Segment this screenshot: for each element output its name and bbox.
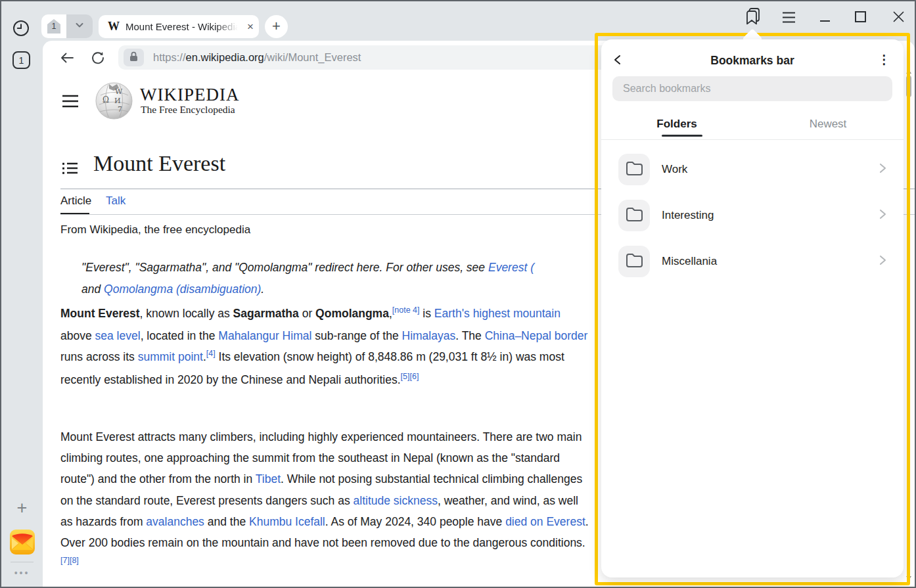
text-run: Mount Everest (60, 307, 140, 320)
text-run: and the (204, 515, 249, 528)
browser-tab[interactable]: W Mount Everest - Wikipedia × (99, 15, 259, 38)
close-icon (892, 14, 905, 25)
clock-icon (12, 28, 30, 39)
tab-group-dropdown[interactable] (66, 14, 93, 38)
svg-text:Ω: Ω (103, 95, 109, 104)
svg-text:И: И (114, 97, 121, 105)
maximize-button[interactable] (855, 11, 866, 22)
minimize-icon (820, 20, 830, 22)
wiki-link[interactable]: sea level (95, 329, 141, 342)
folder-row-miscellania[interactable]: Miscellania (601, 238, 904, 284)
wiki-link[interactable]: [7] (60, 556, 70, 565)
text-run: "Everest", "Sagarmatha", and "Qomolangma… (81, 261, 488, 274)
wiki-link[interactable]: China–Nepal border (485, 329, 588, 342)
bookmarks-popup: Bookmarks bar ⋮ Folders Newest Work (601, 39, 904, 577)
article-paragraph: Mount Everest attracts many climbers, in… (60, 426, 590, 576)
active-tab-underline (662, 135, 702, 137)
history-button[interactable] (12, 19, 30, 37)
url-text: https://en.wikipedia.org/wiki/Mount_Ever… (153, 51, 361, 64)
folder-row-interesting[interactable]: Interesting (601, 192, 904, 238)
article-paragraph: Mount Everest, known locally as Sagarmat… (60, 303, 590, 392)
reload-button[interactable] (90, 50, 106, 68)
text-run: above (60, 329, 95, 342)
text-run: Sagarmatha (233, 307, 299, 320)
folder-name: Work (662, 163, 878, 176)
wiki-link[interactable]: Qomolangma (disambiguation) (104, 283, 261, 296)
page-title: Mount Everest (93, 151, 225, 176)
site-security-chip[interactable] (124, 49, 144, 66)
minimize-button[interactable] (820, 20, 830, 22)
wiki-link[interactable]: summit point (138, 350, 203, 363)
back-arrow-icon (58, 57, 76, 68)
page-subtitle: From Wikipedia, the free encyclopedia (60, 223, 250, 237)
browser-menu-button[interactable] (783, 12, 795, 26)
bookmarks-toolbar-button[interactable] (744, 7, 762, 28)
folder-tile (618, 246, 650, 277)
wiki-link[interactable]: Mahalangur Himal (218, 329, 311, 342)
svg-text:7: 7 (118, 105, 122, 114)
new-tab-button[interactable]: + (265, 15, 288, 38)
wiki-link[interactable]: avalanches (146, 515, 204, 528)
text-run: Qomolangma (315, 307, 389, 320)
close-window-button[interactable] (892, 11, 905, 26)
wiki-link[interactable]: died on Everest (505, 515, 585, 528)
sidebar-more-button[interactable]: ••• (1, 568, 43, 578)
wiki-link[interactable]: Tibet (256, 472, 281, 486)
wiki-link[interactable]: Earth's highest mountain (434, 307, 561, 320)
back-button[interactable] (58, 50, 76, 68)
folder-icon (626, 207, 643, 225)
folder-icon (626, 253, 643, 271)
kebab-menu-icon[interactable]: ⋮ (878, 52, 890, 67)
wiki-link[interactable]: Khumbu Icefall (249, 515, 325, 528)
wiki-link[interactable]: altitude sickness (354, 494, 438, 507)
tab-count-badge: 1 (47, 19, 60, 34)
search-bookmarks-input[interactable] (612, 76, 892, 101)
wikipedia-logo[interactable]: Ω W И 7 (95, 82, 133, 122)
text-run: , located in the (141, 329, 219, 342)
lock-icon (128, 51, 139, 65)
tab-title: Mount Everest - Wikipedia (126, 21, 241, 32)
url-host: en.wikipedia.org (186, 51, 264, 63)
wiki-menu-button[interactable] (62, 95, 78, 110)
tabs-divider (601, 139, 904, 140)
sidebar-workspace-badge[interactable]: 1 (12, 51, 30, 69)
mail-app-button[interactable] (10, 530, 35, 557)
folder-row-work[interactable]: Work (601, 147, 904, 192)
tab-group-control[interactable]: 1 (41, 14, 93, 38)
text-run: . (261, 283, 264, 296)
text-run: runs across its (60, 350, 138, 363)
tab-article[interactable]: Article (60, 194, 91, 208)
tab-talk[interactable]: Talk (106, 194, 126, 208)
wiki-link[interactable]: [6] (409, 372, 419, 381)
wikipedia-wordmark: WIKIPEDIA (140, 85, 239, 105)
wiki-link[interactable]: [4] (206, 349, 216, 358)
hamburger-icon (783, 14, 795, 25)
wiki-link[interactable]: [8] (70, 556, 79, 565)
toc-toggle-button[interactable] (62, 162, 78, 177)
wiki-link[interactable]: Himalayas (402, 329, 456, 342)
folder-list: Work Interesting (601, 147, 904, 284)
sidebar-add-button[interactable]: + (1, 499, 43, 517)
text-run: or (299, 307, 315, 320)
tab-close-icon[interactable]: × (247, 21, 254, 32)
text-run: , known locally as (140, 307, 233, 320)
wiki-link[interactable]: [5] (401, 372, 410, 381)
popup-tabs: Folders Newest (601, 112, 904, 141)
url-path: /wiki/Mount_Everest (264, 51, 361, 63)
tab-newest[interactable]: Newest (752, 112, 904, 141)
bookmarks-icon (744, 16, 762, 28)
chevron-down-icon (74, 20, 85, 33)
wiki-link[interactable]: Everest ( (488, 261, 534, 274)
popup-title: Bookmarks bar (601, 54, 904, 68)
sidebar-divider (11, 562, 34, 562)
hamburger-icon (62, 99, 78, 110)
hatnote: "Everest", "Sagarmatha", and "Qomolangma… (81, 257, 620, 300)
text-run: . As of May 2024, 340 people have (325, 515, 505, 528)
browser-sidebar: 1 + ••• (1, 41, 43, 587)
wiki-link[interactable]: [note 4] (392, 305, 420, 315)
wikipedia-globe-icon: Ω W И 7 (95, 110, 133, 122)
tab-group-active[interactable]: 1 (41, 14, 66, 38)
text-run: and (81, 283, 104, 296)
wikipedia-tagline: The Free Encyclopedia (141, 104, 235, 116)
maximize-icon (855, 11, 866, 22)
